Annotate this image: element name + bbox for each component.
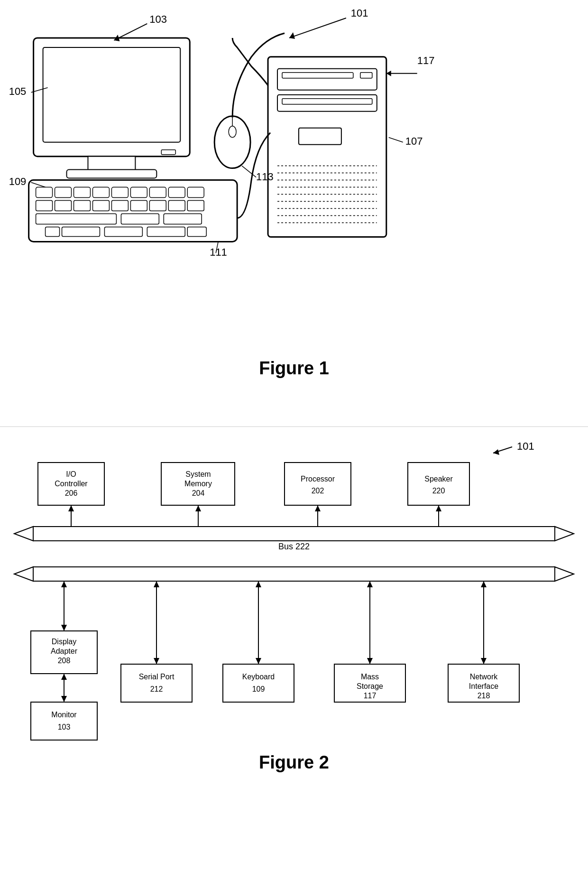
- svg-marker-101: [555, 527, 574, 541]
- svg-rect-4: [161, 150, 175, 155]
- svg-marker-112: [154, 658, 159, 664]
- svg-rect-11: [299, 128, 341, 145]
- svg-rect-2: [88, 157, 135, 171]
- svg-text:109: 109: [252, 685, 265, 693]
- svg-rect-35: [111, 201, 128, 211]
- svg-rect-6: [277, 69, 377, 90]
- svg-text:107: 107: [405, 135, 423, 147]
- svg-rect-26: [111, 187, 128, 198]
- svg-text:101: 101: [351, 7, 368, 19]
- svg-text:Controller: Controller: [55, 480, 88, 488]
- svg-rect-3: [67, 170, 157, 178]
- svg-text:202: 202: [312, 487, 324, 495]
- svg-rect-22: [36, 187, 53, 198]
- svg-rect-25: [92, 187, 109, 198]
- svg-text:105: 105: [9, 85, 27, 97]
- svg-text:111: 111: [210, 246, 227, 258]
- svg-rect-132: [121, 664, 192, 702]
- figure2-svg: 101 I/O Controller 206 System Memory 204…: [0, 427, 588, 889]
- svg-text:Figure 1: Figure 1: [259, 358, 329, 378]
- svg-text:117: 117: [417, 55, 435, 66]
- svg-marker-92: [195, 505, 201, 511]
- svg-marker-121: [481, 658, 487, 664]
- svg-rect-37: [149, 201, 166, 211]
- svg-marker-118: [367, 658, 373, 664]
- svg-rect-31: [36, 201, 53, 211]
- svg-marker-98: [436, 505, 441, 511]
- svg-rect-39: [187, 201, 204, 211]
- svg-text:Processor: Processor: [301, 475, 335, 483]
- svg-text:206: 206: [65, 489, 78, 497]
- svg-marker-115: [256, 658, 261, 664]
- svg-marker-52: [289, 32, 295, 39]
- svg-marker-108: [61, 581, 67, 587]
- svg-rect-32: [55, 201, 72, 211]
- figure1-svg: 101 103 105 117 107 109 111 113 Figure 1: [0, 0, 588, 426]
- svg-text:System: System: [185, 470, 211, 478]
- svg-text:113: 113: [256, 171, 274, 183]
- svg-text:Serial Port: Serial Port: [139, 673, 175, 681]
- svg-rect-106: [33, 567, 555, 581]
- svg-text:Monitor: Monitor: [51, 711, 77, 719]
- svg-line-51: [289, 18, 346, 38]
- svg-marker-100: [14, 527, 33, 541]
- svg-text:218: 218: [478, 692, 490, 700]
- svg-marker-73: [493, 449, 499, 455]
- svg-line-63: [389, 138, 403, 142]
- figure1-section: 101 103 105 117 107 109 111 113 Figure 1: [0, 0, 588, 427]
- svg-rect-41: [121, 213, 159, 224]
- svg-marker-128: [61, 696, 67, 702]
- svg-text:220: 220: [432, 487, 445, 495]
- svg-marker-95: [315, 505, 321, 511]
- svg-rect-44: [104, 227, 142, 236]
- svg-rect-30: [187, 187, 204, 198]
- svg-text:Storage: Storage: [357, 682, 383, 690]
- svg-rect-82: [285, 463, 351, 505]
- svg-rect-43: [62, 227, 100, 236]
- svg-text:204: 204: [192, 489, 205, 497]
- svg-text:212: 212: [150, 685, 163, 693]
- svg-rect-36: [130, 201, 147, 211]
- svg-text:Interface: Interface: [469, 682, 498, 690]
- svg-rect-135: [223, 664, 294, 702]
- svg-rect-129: [31, 702, 97, 740]
- svg-rect-23: [55, 187, 72, 198]
- svg-rect-33: [74, 201, 91, 211]
- svg-marker-109: [61, 625, 67, 631]
- svg-text:Memory: Memory: [184, 480, 212, 488]
- svg-text:Figure 2: Figure 2: [259, 752, 329, 772]
- svg-text:101: 101: [517, 440, 534, 452]
- svg-rect-1: [43, 47, 181, 142]
- svg-marker-117: [367, 581, 373, 587]
- svg-marker-120: [481, 581, 487, 587]
- svg-text:Keyboard: Keyboard: [242, 673, 275, 681]
- svg-rect-29: [168, 187, 185, 198]
- svg-marker-89: [68, 505, 74, 511]
- svg-text:Mass: Mass: [361, 673, 379, 681]
- svg-rect-24: [74, 187, 91, 198]
- svg-rect-102: [33, 527, 555, 541]
- svg-rect-7: [282, 73, 353, 78]
- svg-marker-104: [14, 567, 33, 581]
- svg-text:I/O: I/O: [66, 470, 76, 478]
- svg-rect-46: [46, 227, 60, 236]
- svg-text:Network: Network: [470, 673, 498, 681]
- svg-rect-8: [360, 73, 372, 78]
- svg-marker-114: [256, 581, 261, 587]
- svg-text:103: 103: [149, 13, 167, 25]
- svg-rect-28: [149, 187, 166, 198]
- svg-text:103: 103: [58, 723, 71, 731]
- svg-text:Display: Display: [52, 638, 76, 646]
- svg-marker-127: [61, 674, 67, 680]
- svg-text:109: 109: [9, 176, 27, 187]
- svg-marker-105: [555, 567, 574, 581]
- svg-point-50: [229, 126, 236, 138]
- svg-rect-45: [147, 227, 185, 236]
- svg-rect-42: [164, 213, 202, 224]
- svg-text:117: 117: [364, 692, 377, 700]
- svg-rect-47: [187, 227, 206, 236]
- svg-rect-40: [36, 213, 117, 224]
- svg-text:Bus 222: Bus 222: [278, 542, 310, 551]
- svg-text:Adapter: Adapter: [51, 647, 78, 655]
- svg-rect-85: [408, 463, 469, 505]
